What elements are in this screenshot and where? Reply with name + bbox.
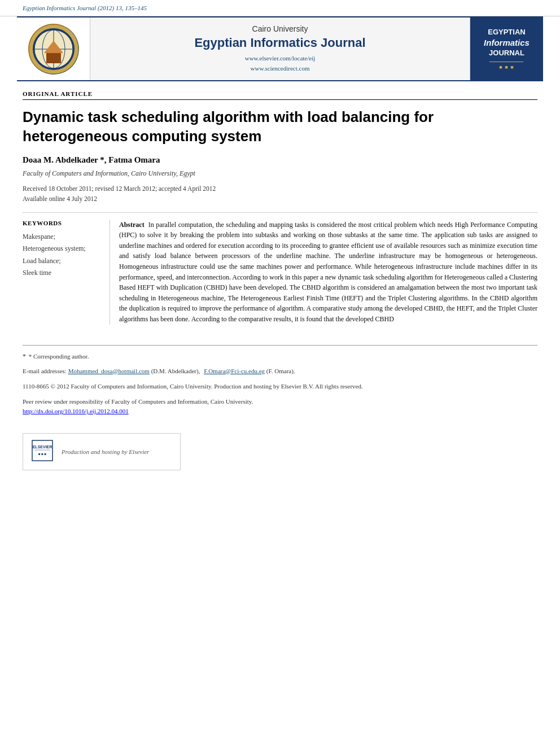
elsevier-tagline: Production and hosting by Elsevier (62, 448, 149, 455)
right-logo-line1: EGYPTIAN (484, 28, 530, 37)
email2-detail: (F. Omara). (266, 368, 295, 374)
university-name: Cairo University (252, 24, 308, 33)
elsevier-box: ELSEVIER ■ ■ ■ Production and hosting by… (23, 433, 181, 470)
keyword-1: Makespane; (23, 231, 103, 243)
keywords-label: KEYWORDS (23, 220, 103, 226)
footer-email: E-mail addresses: Mohammed_dosa@hotmail.… (23, 366, 537, 377)
footer-divider (23, 345, 537, 346)
footer-copyright: 1110-8665 © 2012 Faculty of Computers an… (23, 382, 537, 391)
two-column-section: KEYWORDS Makespane; Heterogeneous system… (23, 212, 537, 325)
main-content: ORIGINAL ARTICLE Dynamic task scheduling… (0, 81, 560, 333)
svg-rect-7 (46, 53, 61, 63)
keywords-list: Makespane; Heterogeneous system; Load ba… (23, 231, 103, 279)
footer-peer-review: Peer review under responsibility of Facu… (23, 397, 537, 416)
dates: Received 18 October 2011; revised 12 Mar… (23, 184, 537, 204)
journal-reference: Egyptian Informatics Journal (2012) 13, … (23, 5, 147, 11)
affiliation: Faculty of Computers and Information, Ca… (23, 169, 537, 178)
corresponding-note: * * Corresponding author. (23, 351, 537, 362)
logo-circle (28, 24, 79, 75)
email-label: E-mail addresses: (23, 368, 67, 374)
corresponding-text: * Corresponding author. (29, 353, 89, 360)
url2: www.sciencedirect.com (245, 64, 316, 74)
elsevier-icon: ELSEVIER ■ ■ ■ (31, 439, 54, 462)
svg-rect-12 (32, 440, 53, 461)
header-section: Cairo University Egyptian Informatics Jo… (17, 16, 543, 81)
article-title: Dynamic task scheduling algorithm with l… (23, 108, 537, 146)
cairo-university-logo (17, 18, 90, 80)
authors: Doaa M. Abdelkader *, Fatma Omara (23, 155, 537, 165)
svg-text:■ ■ ■: ■ ■ ■ (38, 452, 47, 456)
footnote-star: * (23, 352, 26, 360)
keyword-4: Sleek time (23, 267, 103, 279)
abstract-body: In parallel computation, the scheduling … (119, 221, 537, 323)
email1-detail: (D.M. Abdelkader), (151, 368, 200, 374)
svg-text:ELSEVIER: ELSEVIER (33, 445, 53, 449)
url1: www.elsevier.com/locate/eij (245, 54, 316, 64)
article-type: ORIGINAL ARTICLE (23, 90, 537, 100)
copyright-text: 1110-8665 © 2012 Faculty of Computers an… (23, 383, 363, 390)
abstract-text: Abstract In parallel computation, the sc… (119, 220, 537, 325)
footer-section: * * Corresponding author. E-mail address… (0, 351, 560, 428)
keyword-2: Heterogeneous system; (23, 243, 103, 255)
online-date: Available online 4 July 2012 (23, 194, 537, 204)
journal-logo-right: EGYPTIAN Informatics JOURNAL ■ ■ ■ (470, 18, 543, 80)
keyword-3: Load balance; (23, 255, 103, 268)
email2-link[interactable]: F.Omara@Fci-cu.edu.eg (204, 368, 265, 374)
journal-urls: www.elsevier.com/locate/eij www.scienced… (245, 54, 316, 73)
elsevier-logo-box: ELSEVIER ■ ■ ■ (31, 439, 54, 464)
top-journal-bar: Egyptian Informatics Journal (2012) 13, … (0, 0, 560, 16)
right-logo-line2: Informatics (484, 37, 530, 49)
peer-review-text: Peer review under responsibility of Facu… (23, 398, 253, 405)
email1-link[interactable]: Mohammed_dosa@hotmail.com (68, 368, 150, 374)
journal-title: Egyptian Informatics Journal (194, 36, 365, 50)
header-center: Cairo University Egyptian Informatics Jo… (90, 18, 470, 80)
abstract-column: Abstract In parallel computation, the sc… (119, 220, 537, 325)
keywords-column: KEYWORDS Makespane; Heterogeneous system… (23, 220, 110, 325)
received-date: Received 18 October 2011; revised 12 Mar… (23, 184, 537, 194)
abstract-label: Abstract (119, 221, 145, 229)
right-logo-line3: JOURNAL (484, 49, 530, 58)
doi-link[interactable]: http://dx.doi.org/10.1016/j.eij.2012.04.… (23, 408, 129, 414)
